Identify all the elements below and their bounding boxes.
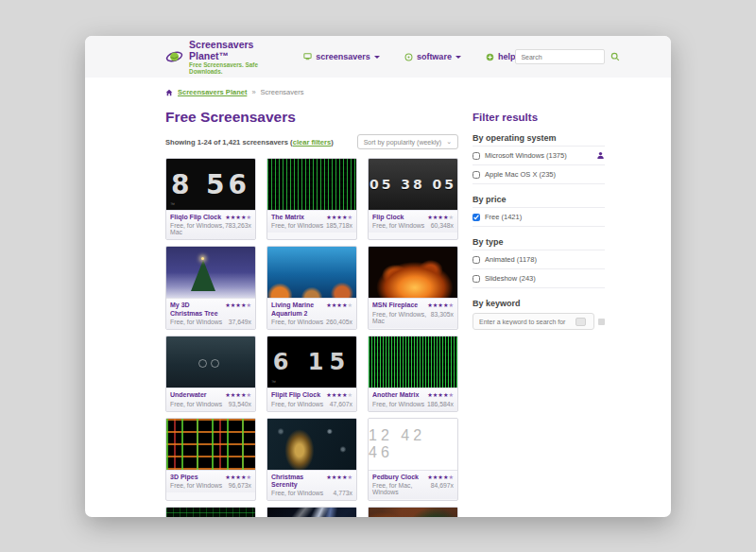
screensaver-card[interactable]: Underwater ★★★★★ Free, for Windows 93,54… [165,336,256,411]
filter-group-title: By price [472,195,605,204]
brand-logo[interactable]: Screensavers Planet™ Free Screensavers. … [165,39,262,75]
screensaver-thumbnail[interactable] [166,336,255,388]
rating-stars: ★★★★★ [326,391,352,398]
screensaver-title-link[interactable]: Underwater [170,391,207,399]
card-label: 3D Pipes ★★★★★ Free, for Windows 96,673x [166,470,255,492]
screensaver-card[interactable]: Night Before Christmas 3D ★★★★★ Free, fo… [368,507,458,517]
screensaver-thumbnail[interactable]: 8 56 ™ [166,159,255,210]
download-count: 783,263x [225,222,251,235]
screensaver-meta: Free, for Windows, Mac [170,222,225,235]
filter-group: By type Animated (1178) Slideshow (243) [472,237,605,288]
screensaver-card[interactable]: Retro Sci-Fi ★★★★★ Free, for Windows 93,… [165,507,256,517]
screensaver-thumbnail[interactable] [267,508,356,517]
filter-checkbox[interactable] [472,275,480,283]
screensaver-title-link[interactable]: 3D Pipes [170,474,198,481]
filter-group-title: By type [472,237,605,247]
screensaver-thumbnail[interactable] [369,336,457,388]
screensaver-thumbnail[interactable] [267,419,356,470]
home-icon[interactable] [165,89,173,96]
breadcrumb-home-link[interactable]: Screensavers Planet [178,88,247,96]
filter-option-label: Free (1421) [485,213,522,221]
screensaver-title-link[interactable]: Pedbury Clock [372,474,419,481]
filter-group: By price Free (1421) [472,195,605,227]
screensaver-card[interactable]: 05 38 05 Flip Clock ★★★★★ Free, for Wind… [368,158,458,240]
filter-option[interactable]: Slideshow (243) [472,269,605,288]
screensaver-title-link[interactable]: Flipit Flip Clock [271,391,320,399]
screensaver-thumbnail[interactable]: 05 38 05 [369,159,457,210]
screensaver-meta: Free, for Windows [271,490,323,496]
screensaver-title-link[interactable]: MSN Fireplace [372,302,418,309]
nav-help[interactable]: help [486,52,516,61]
brand-tagline: Free Screensavers. Safe Downloads. [189,61,262,75]
screensaver-title-link[interactable]: The Matrix [271,214,304,221]
filter-group-title: By operating system [472,133,605,143]
screensaver-card[interactable]: Living Marine Aquarium 2 ★★★★★ Free, for… [266,246,357,330]
content: Free Screensavers Showing 1-24 of 1,421 … [85,96,671,517]
screensaver-thumbnail[interactable] [166,508,255,517]
rating-stars: ★★★★★ [225,214,251,220]
sort-dropdown[interactable]: Sort by popularity (weekly) ⌄ [357,134,458,149]
screensaver-card[interactable]: Another Matrix ★★★★★ Free, for Windows 1… [368,336,458,411]
card-label: Christmas Serenity ★★★★★ Free, for Windo… [267,470,356,501]
filter-option[interactable]: Apple Mac OS X (235) [472,165,605,184]
filter-checkbox[interactable] [472,214,480,221]
filter-checkbox[interactable] [472,171,480,179]
screensaver-card[interactable]: 12 42 46 Pedbury Clock ★★★★★ Free, for M… [368,418,458,502]
card-label: MSN Fireplace ★★★★★ Free, for Windows, M… [369,298,457,327]
screensaver-title-link[interactable]: My 3D Christmas Tree [170,302,222,318]
screensaver-thumbnail[interactable] [166,419,255,470]
screensaver-title-link[interactable]: Another Matrix [372,391,419,399]
screensaver-thumbnail[interactable]: 6 15 ™ [267,336,356,388]
results-prefix: Showing 1-24 of 1,421 screensavers ( [165,138,293,147]
rating-stars: ★★★★★ [326,302,352,308]
screensaver-card[interactable]: 3D Pipes ★★★★★ Free, for Windows 96,673x [165,418,256,502]
screensaver-meta: Free, for Mac, Windows [372,482,431,495]
search-input[interactable] [515,49,605,64]
screensaver-card[interactable]: MSN Fireplace ★★★★★ Free, for Windows, M… [368,246,458,330]
screensaver-thumbnail[interactable] [369,247,457,298]
screensaver-meta: Free, for Windows [372,222,424,229]
trademark-mark: ™ [271,379,276,385]
trademark-mark: ™ [170,201,175,207]
download-count: 93,540x [229,401,251,407]
screensaver-meta: Free, for Windows [170,482,222,489]
screensaver-thumbnail[interactable] [267,247,356,298]
results-suffix: ) [331,138,334,147]
user-icon [596,151,605,160]
screensaver-title-link[interactable]: Christmas Serenity [271,474,323,490]
nav-screensavers[interactable]: screensavers [303,52,380,61]
clear-filters-link[interactable]: clear filters [293,138,332,147]
card-label: Flip Clock ★★★★★ Free, for Windows 60,34… [369,210,457,233]
site-search [515,49,620,64]
screensaver-thumbnail[interactable]: 12 42 46 [369,419,457,470]
filter-option[interactable]: Free (1421) [472,208,605,227]
download-count: 60,348x [431,222,454,229]
nav-software[interactable]: software [404,52,461,61]
thumbnail-clock-text: 12 42 46 [369,419,457,470]
screensaver-title-link[interactable]: Fliqlo Flip Clock [170,214,221,221]
screensaver-card[interactable]: 8 56 ™ Fliqlo Flip Clock ★★★★★ Free, for… [165,158,256,240]
screensaver-card[interactable]: Hyperspace ★★★★★ Free, for Windows, Mac … [266,507,357,517]
screensaver-title-link[interactable]: Flip Clock [372,214,404,221]
rating-stars: ★★★★★ [427,214,454,220]
screensaver-title-link[interactable]: Living Marine Aquarium 2 [271,302,323,318]
thumbnail-clock-text: 05 38 05 [369,159,457,210]
keyword-submit-icon[interactable] [576,318,586,326]
filter-option[interactable]: Microsoft Windows (1375) [472,147,605,165]
screensaver-card[interactable]: My 3D Christmas Tree ★★★★★ Free, for Win… [165,246,256,330]
nav-label: software [417,52,452,61]
filter-option[interactable]: Animated (1178) [472,250,605,269]
screensaver-meta: Free, for Windows [170,319,222,325]
screensaver-card[interactable]: 6 15 ™ Flipit Flip Clock ★★★★★ Free, for… [266,336,357,411]
screensaver-card[interactable]: The Matrix ★★★★★ Free, for Windows 185,7… [266,158,357,240]
screensaver-thumbnail[interactable] [369,508,457,517]
screensaver-card[interactable]: Christmas Serenity ★★★★★ Free, for Windo… [266,418,357,502]
screensaver-meta: Free, for Windows, Mac [372,311,431,324]
filter-checkbox[interactable] [472,256,480,264]
rating-stars: ★★★★★ [427,391,454,398]
download-count: 83,305x [431,311,454,324]
search-icon[interactable] [610,52,620,61]
screensaver-thumbnail[interactable] [267,159,356,210]
filter-checkbox[interactable] [472,152,480,160]
screensaver-thumbnail[interactable] [166,247,255,298]
